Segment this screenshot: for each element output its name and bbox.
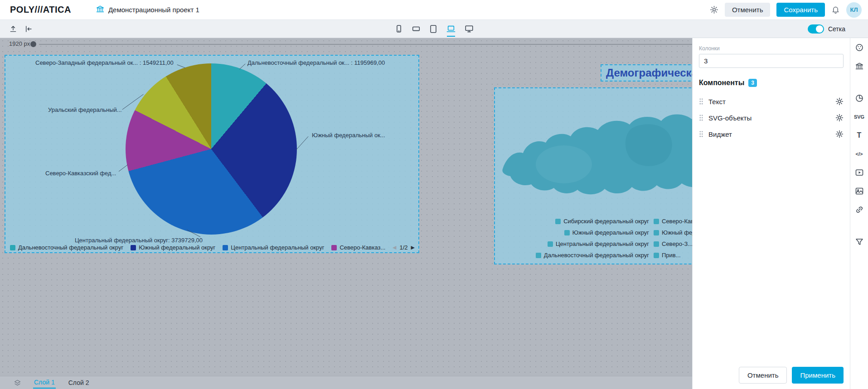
buildings-icon[interactable] — [853, 61, 866, 72]
legend-label: Центральный федеральный округ — [231, 244, 324, 251]
pie-callout-label: Северо-Западный федеральный ок... : 1549… — [35, 59, 174, 66]
legend-page-indicator: 1/2 — [399, 244, 407, 251]
component-row[interactable]: Текст — [699, 93, 844, 110]
link-icon[interactable] — [853, 204, 866, 215]
component-label: Виджет — [708, 130, 732, 138]
grid-toggle[interactable] — [808, 24, 824, 34]
pie-legend: Дальневосточный федеральный округЮжный ф… — [10, 244, 415, 251]
device-laptop-icon[interactable] — [446, 24, 456, 34]
legend-swatch — [131, 245, 136, 250]
legend-swatch — [536, 253, 541, 258]
legend-swatch — [564, 230, 570, 235]
filter-icon[interactable] — [853, 236, 866, 247]
legend-pagination: ◀ 1/2 ▶ — [393, 244, 415, 251]
pie-callout-label: Северо-Кавказский фед... — [45, 170, 116, 177]
legend-label: Дальневосточный федеральный округ — [544, 252, 649, 259]
legend-label: Дальневосточный федеральный округ — [18, 244, 123, 251]
layer-tab-1[interactable]: Слой 1 — [33, 377, 56, 389]
canvas-width-slider-handle[interactable] — [30, 41, 36, 47]
map-legend-item: Центральный федеральный округ — [499, 240, 649, 247]
columns-label: Колонки — [699, 45, 844, 52]
legend-label: Южный федеральный округ — [572, 229, 649, 236]
user-avatar[interactable]: КЛ — [846, 2, 862, 18]
legend-prev-icon[interactable]: ◀ — [393, 245, 396, 250]
pie-callout-label: Южный федеральный ок... — [312, 132, 385, 139]
legend-swatch — [548, 241, 553, 247]
legend-label: Центральный федеральный округ — [556, 240, 649, 247]
legend-label: Южный федеральный округ — [139, 244, 215, 251]
pie-callout-label: Уральский федеральный... — [48, 106, 122, 113]
pie-chart-widget[interactable]: Северо-Западный федеральный ок... : 1549… — [5, 55, 419, 253]
legend-swatch — [654, 230, 659, 235]
component-row[interactable]: SVG-объекты — [699, 110, 844, 126]
top-bar-actions: Отменить Сохранить КЛ — [710, 2, 862, 18]
russia-map-image — [496, 92, 725, 224]
legend-swatch — [223, 245, 228, 250]
component-settings-icon[interactable] — [835, 114, 844, 122]
legend-swatch — [654, 241, 659, 247]
notifications-bell-icon[interactable] — [831, 5, 840, 14]
legend-swatch — [10, 245, 15, 250]
grid-toggle-group: Сетка — [808, 20, 845, 38]
publish-upload-icon[interactable] — [9, 25, 17, 33]
component-settings-icon[interactable] — [835, 130, 844, 138]
settings-panel: Колонки Компоненты 3 ТекстSVG-объектыВид… — [692, 38, 850, 389]
code-icon[interactable]: </> — [853, 149, 866, 159]
legend-swatch — [654, 219, 659, 224]
app-logo[interactable]: POLY///ATICA — [10, 5, 71, 15]
map-legend-item: Южный федеральный округ — [499, 229, 649, 236]
pie-legend-item: Центральный федеральный округ — [223, 244, 324, 251]
drag-handle-icon[interactable] — [699, 130, 703, 138]
top-bar: POLY///ATICA Демонстрационный проект 1 О… — [0, 0, 868, 20]
panel-footer: Отменить Применить — [739, 367, 844, 384]
layer-tab-2[interactable]: Слой 2 — [68, 377, 90, 388]
editor-toolbar: Сетка — [0, 20, 868, 38]
components-list: ТекстSVG-объектыВиджет — [699, 93, 844, 142]
widget-type-rail: SVG T </> — [850, 38, 868, 389]
text-tool-icon[interactable]: T — [853, 130, 866, 141]
palette-icon[interactable] — [853, 42, 866, 53]
settings-gear-icon[interactable] — [710, 5, 718, 14]
component-row[interactable]: Виджет — [699, 126, 844, 142]
legend-label: Северо-Кавказ... — [339, 244, 385, 251]
device-mobile-landscape-icon[interactable] — [411, 24, 421, 34]
toolbar-left-group — [9, 20, 33, 38]
chart-icon[interactable] — [853, 93, 866, 104]
media-icon[interactable] — [853, 167, 866, 178]
pie-legend-item: Южный федеральный округ — [131, 244, 215, 251]
image-icon[interactable] — [853, 186, 866, 197]
app-root: POLY///ATICA Демонстрационный проект 1 О… — [0, 0, 868, 389]
grid-toggle-label: Сетка — [828, 25, 845, 33]
legend-label: Северо-З... — [662, 240, 693, 247]
pie-legend-items: Дальневосточный федеральный округЮжный ф… — [10, 244, 385, 251]
pie-chart[interactable] — [126, 63, 297, 235]
component-label: SVG-объекты — [708, 114, 752, 122]
components-header: Компоненты 3 — [699, 79, 844, 87]
component-settings-icon[interactable] — [835, 97, 844, 106]
device-preview-group — [394, 20, 475, 38]
device-mobile-portrait-icon[interactable] — [394, 24, 404, 34]
grid-toggle-knob — [816, 25, 823, 33]
pie-legend-item: Дальневосточный федеральный округ — [10, 244, 123, 251]
device-tablet-icon[interactable] — [428, 24, 438, 34]
drag-handle-icon[interactable] — [699, 114, 703, 121]
legend-swatch — [555, 219, 561, 224]
components-count-badge: 3 — [748, 79, 757, 87]
columns-input[interactable] — [699, 54, 844, 68]
drag-handle-icon[interactable] — [699, 98, 703, 105]
legend-label: Прив... — [662, 252, 681, 259]
pie-callout-label: Центральный федеральный округ: 3739729,0… — [75, 237, 203, 244]
pie-legend-item: Северо-Кавказ... — [331, 244, 385, 251]
svg-objects-icon[interactable]: SVG — [853, 111, 866, 122]
device-desktop-icon[interactable] — [464, 24, 475, 34]
cancel-button[interactable]: Отменить — [725, 3, 771, 17]
map-legend-item: Прив... — [654, 252, 681, 259]
project-icon — [96, 5, 105, 15]
save-button[interactable]: Сохранить — [776, 3, 825, 17]
panel-cancel-button[interactable]: Отменить — [739, 367, 787, 384]
project-header: Демонстрационный проект 1 — [96, 5, 199, 15]
panel-apply-button[interactable]: Применить — [792, 367, 844, 384]
collapse-left-icon[interactable] — [24, 25, 33, 33]
legend-next-icon[interactable]: ▶ — [411, 245, 415, 250]
canvas-width-label: 1920 px — [9, 40, 30, 47]
